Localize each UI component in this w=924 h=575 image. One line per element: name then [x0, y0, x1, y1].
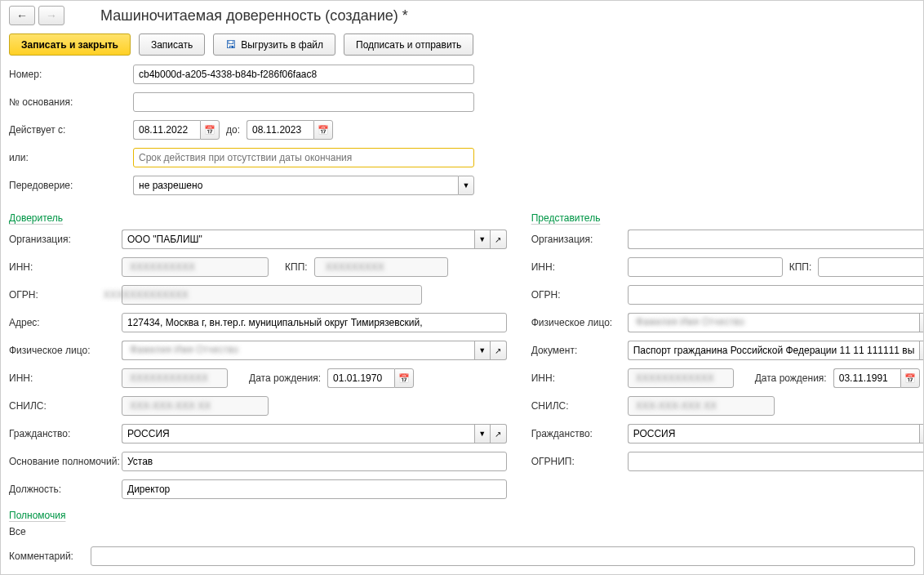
principal-dob-calendar-button[interactable]: 📅: [394, 368, 414, 388]
redelegation-select[interactable]: [133, 176, 458, 195]
rep-inn2-label: ИНН:: [531, 372, 628, 384]
principal-address-input[interactable]: [122, 313, 507, 332]
rep-doc-label: Документ:: [531, 345, 628, 356]
principal-person-label: Физическое лицо:: [9, 345, 122, 356]
rep-inn2-input[interactable]: [628, 368, 734, 388]
principal-citizenship-label: Гражданство:: [9, 428, 122, 439]
sign-send-button[interactable]: Подписать и отправить: [344, 33, 473, 56]
rep-ogrn-label: ОГРН:: [531, 289, 628, 301]
principal-inn2-input[interactable]: [122, 368, 228, 388]
rep-inn-label: ИНН:: [531, 261, 628, 273]
comment-label: Комментарий:: [9, 550, 91, 562]
principal-inn-input[interactable]: [122, 257, 269, 277]
or-label: или:: [9, 152, 133, 163]
principal-snils-input[interactable]: [122, 396, 269, 416]
number-input[interactable]: [133, 65, 474, 84]
principal-ogrn-input[interactable]: [122, 285, 422, 305]
save-close-button[interactable]: Записать и закрыть: [9, 33, 131, 56]
save-button[interactable]: Записать: [139, 33, 205, 56]
authority-title[interactable]: Полномочия: [9, 510, 915, 521]
rep-kpp-input[interactable]: [818, 257, 924, 277]
rep-person-label: Физическое лицо:: [531, 317, 628, 328]
rep-dob-input[interactable]: [833, 368, 900, 388]
redelegation-dropdown-button[interactable]: ▼: [458, 176, 474, 195]
page-title: Машиночитаемая доверенность (создание) *: [100, 7, 408, 25]
duration-input[interactable]: [133, 148, 474, 167]
principal-person-dropdown-button[interactable]: ▼: [474, 341, 491, 360]
principal-inn-label: ИНН:: [9, 261, 122, 273]
principal-kpp-label: КПП:: [285, 261, 308, 273]
representative-title: Представитель: [531, 212, 924, 224]
rep-person-input[interactable]: [628, 313, 920, 332]
principal-dob-label: Дата рождения:: [249, 372, 321, 384]
principal-citizenship-input[interactable]: [122, 424, 474, 444]
principal-basis-input[interactable]: [122, 452, 507, 471]
rep-citizenship-input[interactable]: [628, 424, 920, 444]
principal-person-open-button[interactable]: ↗: [491, 341, 507, 360]
rep-org-input[interactable]: [628, 230, 924, 249]
principal-org-label: Организация:: [9, 234, 122, 245]
principal-position-input[interactable]: [122, 479, 507, 499]
principal-ogrn-label: ОГРН:: [9, 289, 122, 301]
comment-input[interactable]: [91, 546, 915, 566]
valid-from-label: Действует с:: [9, 124, 133, 136]
rep-snils-input[interactable]: [628, 396, 775, 416]
rep-citizenship-dropdown-button[interactable]: ▼: [919, 424, 924, 444]
basis-number-label: № основания:: [9, 96, 133, 108]
rep-person-dropdown-button[interactable]: ▼: [919, 313, 924, 332]
basis-number-input[interactable]: [133, 92, 474, 112]
rep-ogrnip-input[interactable]: [628, 452, 924, 471]
principal-org-dropdown-button[interactable]: ▼: [474, 230, 491, 249]
principal-citizenship-open-button[interactable]: ↗: [491, 424, 507, 444]
rep-kpp-label: КПП:: [789, 261, 812, 273]
valid-from-input[interactable]: [133, 120, 200, 140]
rep-ogrn-input[interactable]: [628, 285, 924, 305]
rep-dob-label: Дата рождения:: [755, 372, 827, 384]
principal-org-open-button[interactable]: ↗: [491, 230, 507, 249]
authority-value: Все: [9, 526, 915, 537]
export-icon: 🖫: [225, 38, 236, 51]
rep-ogrnip-label: ОГРНИП:: [531, 456, 628, 467]
principal-person-input[interactable]: [122, 341, 474, 360]
valid-to-input[interactable]: [247, 120, 313, 140]
valid-from-calendar-button[interactable]: 📅: [200, 120, 220, 140]
principal-title: Доверитель: [9, 212, 507, 224]
principal-dob-input[interactable]: [327, 368, 394, 388]
principal-address-label: Адрес:: [9, 317, 122, 328]
principal-citizenship-dropdown-button[interactable]: ▼: [474, 424, 491, 444]
number-label: Номер:: [9, 69, 133, 80]
to-label: до:: [226, 124, 240, 136]
nav-forward-button[interactable]: →: [38, 6, 64, 25]
rep-inn-input[interactable]: [628, 257, 783, 277]
rep-org-label: Организация:: [531, 234, 628, 245]
principal-org-input[interactable]: [122, 230, 474, 249]
principal-inn2-label: ИНН:: [9, 372, 122, 384]
rep-dob-calendar-button[interactable]: 📅: [900, 368, 920, 388]
rep-doc-ellipsis-button[interactable]: …: [919, 341, 924, 360]
valid-to-calendar-button[interactable]: 📅: [313, 120, 333, 140]
export-label: Выгрузить в файл: [241, 39, 323, 51]
principal-kpp-input[interactable]: [314, 257, 448, 277]
export-file-button[interactable]: 🖫 Выгрузить в файл: [213, 33, 335, 56]
principal-basis-label: Основание полномочий:: [9, 456, 122, 467]
principal-snils-label: СНИЛС:: [9, 400, 122, 412]
nav-back-button[interactable]: ←: [9, 6, 35, 25]
rep-doc-input[interactable]: [628, 341, 920, 360]
redelegation-label: Передоверие:: [9, 180, 133, 191]
rep-citizenship-label: Гражданство:: [531, 428, 628, 439]
rep-snils-label: СНИЛС:: [531, 400, 628, 412]
principal-position-label: Должность:: [9, 484, 122, 495]
